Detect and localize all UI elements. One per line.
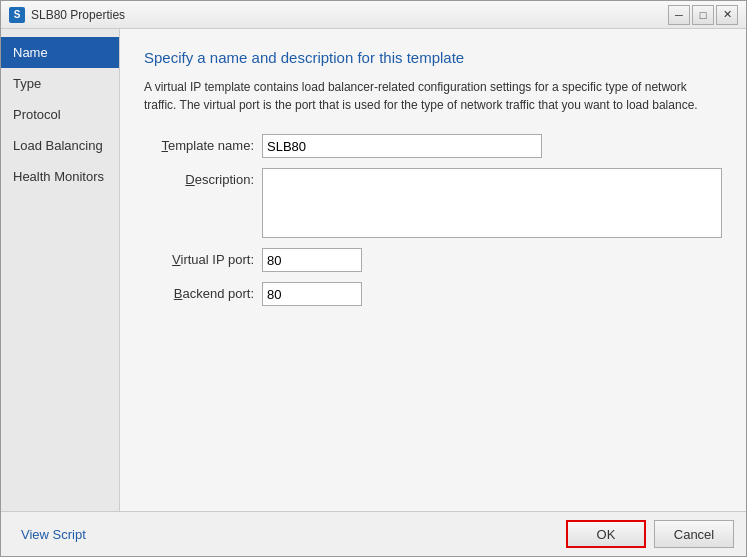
sidebar-item-protocol[interactable]: Protocol bbox=[1, 99, 119, 130]
sidebar-item-type[interactable]: Type bbox=[1, 68, 119, 99]
form-area: Template name: Description: Virtual IP p… bbox=[144, 134, 722, 306]
backend-port-label: Backend port: bbox=[144, 282, 254, 301]
titlebar: S SLB80 Properties ─ □ ✕ bbox=[1, 1, 746, 29]
page-description: A virtual IP template contains load bala… bbox=[144, 78, 722, 114]
main-window: S SLB80 Properties ─ □ ✕ Name Type Proto… bbox=[0, 0, 747, 557]
backend-port-input[interactable] bbox=[262, 282, 362, 306]
sidebar-item-load-balancing[interactable]: Load Balancing bbox=[1, 130, 119, 161]
virtual-ip-port-row: Virtual IP port: bbox=[144, 248, 722, 272]
virtual-ip-port-input[interactable] bbox=[262, 248, 362, 272]
virtual-ip-port-label: Virtual IP port: bbox=[144, 248, 254, 267]
window-title: SLB80 Properties bbox=[31, 8, 668, 22]
page-title: Specify a name and description for this … bbox=[144, 49, 722, 66]
titlebar-controls: ─ □ ✕ bbox=[668, 5, 738, 25]
sidebar: Name Type Protocol Load Balancing Health… bbox=[1, 29, 120, 511]
template-name-row: Template name: bbox=[144, 134, 722, 158]
description-input[interactable] bbox=[262, 168, 722, 238]
sidebar-item-name[interactable]: Name bbox=[1, 37, 119, 68]
main-panel: Specify a name and description for this … bbox=[120, 29, 746, 511]
description-label: Description: bbox=[144, 168, 254, 187]
minimize-button[interactable]: ─ bbox=[668, 5, 690, 25]
close-button[interactable]: ✕ bbox=[716, 5, 738, 25]
template-name-input[interactable] bbox=[262, 134, 542, 158]
ok-button[interactable]: OK bbox=[566, 520, 646, 548]
content-area: Name Type Protocol Load Balancing Health… bbox=[1, 29, 746, 511]
footer-left: View Script bbox=[13, 523, 94, 546]
maximize-button[interactable]: □ bbox=[692, 5, 714, 25]
template-name-label: Template name: bbox=[144, 134, 254, 153]
view-script-button[interactable]: View Script bbox=[13, 523, 94, 546]
sidebar-item-health-monitors[interactable]: Health Monitors bbox=[1, 161, 119, 192]
backend-port-row: Backend port: bbox=[144, 282, 722, 306]
description-row: Description: bbox=[144, 168, 722, 238]
cancel-button[interactable]: Cancel bbox=[654, 520, 734, 548]
footer-right: OK Cancel bbox=[566, 520, 734, 548]
window-icon: S bbox=[9, 7, 25, 23]
footer: View Script OK Cancel bbox=[1, 511, 746, 556]
